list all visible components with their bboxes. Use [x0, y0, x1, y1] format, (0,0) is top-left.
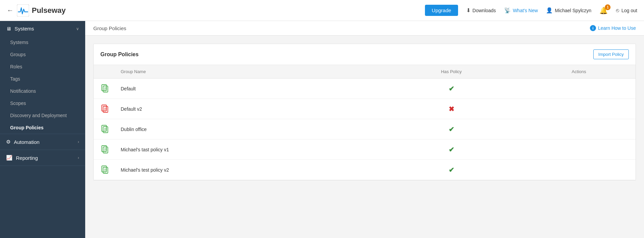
sidebar-item-tags[interactable]: Tags: [0, 73, 85, 85]
automation-chevron-icon: ›: [78, 139, 79, 144]
logout-icon: ⎋: [616, 7, 619, 14]
svg-rect-12: [103, 127, 108, 133]
notification-count: 1: [605, 4, 611, 10]
notification-bell[interactable]: 🔔 1: [599, 6, 608, 15]
check-yes-icon: ✔: [449, 85, 454, 92]
logo-text: Pulseway: [32, 6, 66, 15]
check-yes-icon: ✔: [449, 126, 454, 133]
col-group-name-label: Group Name: [115, 65, 380, 79]
monitor-icon: 🖥: [6, 26, 11, 31]
app-layout: 🖥 Systems ∨ Systems Groups Roles Tags No…: [0, 21, 644, 238]
col-group-name: [94, 65, 115, 79]
check-yes-icon: ✔: [449, 166, 454, 174]
systems-section-header[interactable]: 🖥 Systems ∨: [0, 21, 85, 36]
sidebar-item-group-policies[interactable]: Group Policies: [0, 122, 85, 134]
table-header: Group Name Has Policy Actions: [94, 65, 636, 79]
breadcrumb: Group Policies: [93, 25, 126, 31]
user-name: Michael Spylczyn: [555, 8, 591, 13]
whats-new-nav[interactable]: 📡 What's New: [504, 7, 538, 14]
systems-chevron-icon: ∨: [76, 26, 79, 31]
svg-rect-2: [103, 86, 108, 92]
row-name: Michael's tast policy v1: [115, 139, 380, 160]
sidebar-item-discovery-deployment[interactable]: Discovery and Deployment: [0, 109, 85, 122]
svg-rect-22: [103, 167, 108, 173]
row-has-policy: ✖: [380, 99, 522, 119]
table-container: Group Name Has Policy Actions Default✔: [94, 65, 636, 180]
sidebar-item-notifications[interactable]: Notifications: [0, 85, 85, 97]
reporting-label: Reporting: [16, 155, 38, 161]
sidebar-item-systems[interactable]: Systems: [0, 36, 85, 48]
row-actions: [522, 160, 636, 180]
learn-how-label: Learn How to Use: [598, 25, 636, 31]
systems-section: 🖥 Systems ∨ Systems Groups Roles Tags No…: [0, 21, 85, 134]
main-content: Group Policies i Learn How to Use Group …: [85, 21, 644, 238]
table-row: Michael's test policy v2✔: [94, 160, 636, 180]
row-actions: [522, 119, 636, 139]
reporting-chevron-icon: ›: [78, 155, 79, 160]
group-icon: [99, 123, 110, 134]
row-actions: [522, 139, 636, 160]
group-policies-card: Group Policies Import Policy Group Name …: [93, 44, 636, 180]
automation-section-header[interactable]: ⚙ Automation ›: [0, 134, 85, 150]
row-has-policy: ✔: [380, 160, 522, 180]
svg-rect-17: [103, 147, 108, 153]
logout-label: Log out: [621, 8, 637, 13]
app-header: ← Pulseway Upgrade ⬇ Downloads 📡 What's …: [0, 0, 644, 21]
reporting-section: 📈 Reporting ›: [0, 150, 85, 166]
whats-new-label: What's New: [513, 8, 538, 13]
row-icon-cell: [94, 99, 115, 119]
row-has-policy: ✔: [380, 119, 522, 139]
systems-nav-items: Systems Groups Roles Tags Notifications …: [0, 36, 85, 134]
row-name: Michael's test policy v2: [115, 160, 380, 180]
group-icon: [99, 164, 110, 175]
chart-icon: 📈: [6, 155, 13, 161]
check-yes-icon: ✔: [449, 146, 454, 153]
col-actions: Actions: [522, 65, 636, 79]
row-name: Default v2: [115, 99, 380, 119]
sidebar-item-groups[interactable]: Groups: [0, 48, 85, 61]
row-icon-cell: [94, 139, 115, 160]
svg-rect-7: [103, 106, 108, 112]
downloads-nav[interactable]: ⬇ Downloads: [466, 7, 496, 14]
automation-label: Automation: [14, 139, 40, 145]
downloads-label: Downloads: [473, 8, 496, 13]
card-header: Group Policies Import Policy: [94, 44, 636, 65]
row-icon-cell: [94, 79, 115, 99]
table-row: Default✔: [94, 79, 636, 99]
back-button[interactable]: ←: [7, 6, 14, 14]
header-left: ← Pulseway: [7, 4, 425, 17]
reporting-section-header[interactable]: 📈 Reporting ›: [0, 150, 85, 166]
sidebar-item-roles[interactable]: Roles: [0, 61, 85, 73]
group-icon: [99, 103, 110, 114]
whats-new-icon: 📡: [504, 7, 511, 14]
row-icon-cell: [94, 160, 115, 180]
import-policy-button[interactable]: Import Policy: [593, 49, 629, 59]
automation-section: ⚙ Automation ›: [0, 134, 85, 150]
learn-how-link[interactable]: i Learn How to Use: [590, 25, 636, 31]
row-actions: [522, 79, 636, 99]
user-nav[interactable]: 👤 Michael Spylczyn: [546, 7, 591, 14]
user-icon: 👤: [546, 7, 553, 14]
row-icon-cell: [94, 119, 115, 139]
logo-link[interactable]: Pulseway: [17, 4, 66, 17]
content-area: Group Policies Import Policy Group Name …: [85, 36, 644, 189]
row-actions: [522, 99, 636, 119]
upgrade-button[interactable]: Upgrade: [425, 5, 458, 16]
check-no-icon: ✖: [449, 105, 454, 113]
row-has-policy: ✔: [380, 79, 522, 99]
table-row: Default v2✖: [94, 99, 636, 119]
table-row: Dublin office✔: [94, 119, 636, 139]
row-name: Dublin office: [115, 119, 380, 139]
download-icon: ⬇: [466, 7, 471, 14]
row-name: Default: [115, 79, 380, 99]
sidebar: 🖥 Systems ∨ Systems Groups Roles Tags No…: [0, 21, 85, 238]
logout-nav[interactable]: ⎋ Log out: [616, 7, 637, 14]
systems-section-label: Systems: [15, 26, 34, 31]
policies-table: Group Name Has Policy Actions Default✔: [94, 65, 636, 180]
group-icon: [99, 144, 110, 154]
logo-icon: [17, 4, 29, 17]
header-right: Upgrade ⬇ Downloads 📡 What's New 👤 Micha…: [425, 5, 637, 16]
info-icon: i: [590, 25, 596, 31]
card-title: Group Policies: [100, 51, 139, 58]
sidebar-item-scopes[interactable]: Scopes: [0, 97, 85, 109]
